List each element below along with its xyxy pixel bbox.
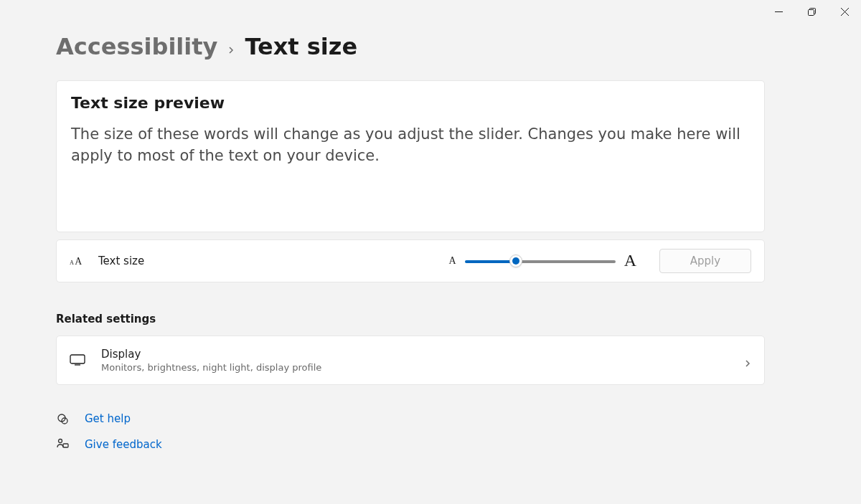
svg-text:A: A bbox=[75, 256, 82, 267]
minimize-button[interactable] bbox=[762, 0, 795, 23]
related-display-subtitle: Monitors, brightness, night light, displ… bbox=[101, 362, 321, 373]
slider-track-remaining bbox=[516, 260, 616, 263]
svg-point-11 bbox=[59, 439, 62, 442]
page-title: Text size bbox=[245, 33, 357, 60]
get-help-link[interactable]: Get help bbox=[56, 412, 765, 425]
window-controls bbox=[762, 0, 861, 23]
svg-rect-2 bbox=[808, 9, 814, 15]
preview-title: Text size preview bbox=[71, 94, 750, 112]
text-size-slider-group: A A bbox=[449, 251, 636, 270]
svg-rect-7 bbox=[70, 355, 85, 363]
help-icon bbox=[56, 412, 69, 425]
chevron-right-icon bbox=[744, 356, 751, 363]
feedback-icon bbox=[56, 438, 69, 451]
maximize-button[interactable] bbox=[795, 0, 828, 23]
related-display-text: Display Monitors, brightness, night ligh… bbox=[101, 348, 321, 373]
get-help-label: Get help bbox=[85, 412, 131, 425]
slider-thumb[interactable] bbox=[509, 255, 522, 267]
breadcrumb: Accessibility Text size bbox=[56, 33, 765, 60]
svg-rect-12 bbox=[63, 444, 68, 447]
text-size-label: Text size bbox=[98, 255, 144, 267]
text-size-slider[interactable] bbox=[465, 254, 616, 268]
slider-max-glyph: A bbox=[624, 251, 636, 270]
svg-point-10 bbox=[62, 418, 67, 424]
apply-button[interactable]: Apply bbox=[659, 249, 751, 273]
give-feedback-link[interactable]: Give feedback bbox=[56, 438, 765, 451]
text-size-row: A A Text size A A Apply bbox=[56, 239, 765, 282]
close-button[interactable] bbox=[828, 0, 861, 23]
related-display-row[interactable]: Display Monitors, brightness, night ligh… bbox=[56, 336, 765, 385]
text-size-preview-card: Text size preview The size of these word… bbox=[56, 80, 765, 232]
related-display-title: Display bbox=[101, 348, 321, 361]
slider-track-filled bbox=[465, 260, 516, 263]
slider-min-glyph: A bbox=[449, 255, 456, 267]
text-size-icon: A A bbox=[70, 255, 85, 267]
preview-body: The size of these words will change as y… bbox=[71, 123, 750, 167]
chevron-right-icon bbox=[227, 43, 235, 50]
display-icon bbox=[70, 354, 85, 366]
give-feedback-label: Give feedback bbox=[85, 438, 162, 451]
breadcrumb-parent[interactable]: Accessibility bbox=[56, 33, 217, 60]
help-links: Get help Give feedback bbox=[56, 412, 765, 451]
related-settings-heading: Related settings bbox=[56, 313, 765, 325]
svg-text:A: A bbox=[70, 260, 74, 266]
